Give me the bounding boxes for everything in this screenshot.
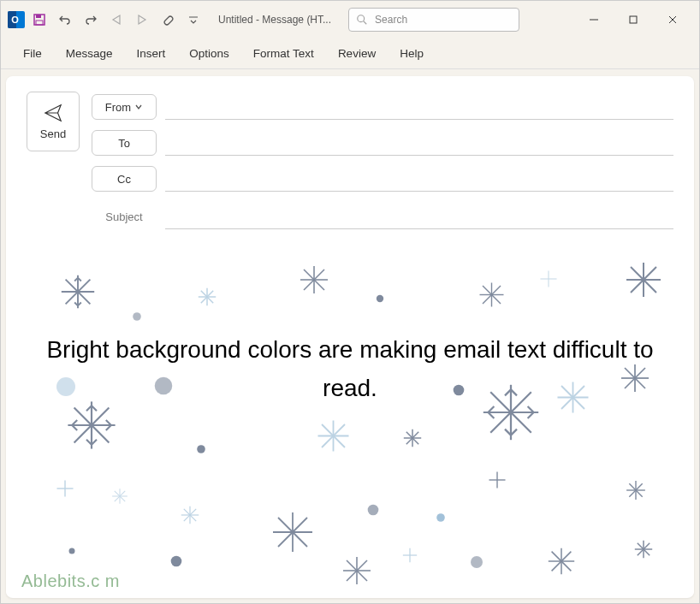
svg-point-3 <box>358 15 365 22</box>
snowflake-icon <box>537 267 561 291</box>
svg-line-4 <box>364 21 367 25</box>
search-box[interactable]: Search <box>348 8 519 32</box>
previous-item-button[interactable] <box>105 9 128 31</box>
from-input[interactable] <box>165 94 673 120</box>
maximize-button[interactable] <box>614 6 653 33</box>
to-button[interactable]: To <box>92 130 157 156</box>
svg-point-48 <box>197 445 205 453</box>
snowflake-icon <box>57 271 98 312</box>
subject-input[interactable] <box>165 204 673 229</box>
outlook-app-icon: O <box>8 11 25 28</box>
svg-point-75 <box>368 505 379 516</box>
cc-input[interactable] <box>165 166 673 192</box>
svg-point-32 <box>133 312 141 321</box>
redo-button[interactable] <box>80 9 102 31</box>
document-title: Untitled - Message (HT... <box>218 14 331 26</box>
window-controls <box>574 6 692 33</box>
snowflake-icon <box>477 280 507 310</box>
to-input[interactable] <box>165 130 673 156</box>
snowflake-icon <box>631 536 656 562</box>
tab-help[interactable]: Help <box>388 40 436 67</box>
snowflake-icon <box>468 554 485 571</box>
cc-button[interactable]: Cc <box>92 166 157 192</box>
send-icon <box>44 104 62 122</box>
send-button[interactable]: Send <box>27 92 80 151</box>
search-icon <box>356 14 368 26</box>
snowflake-icon <box>169 554 184 569</box>
svg-point-84 <box>171 556 182 567</box>
snowflake-icon <box>297 263 331 297</box>
tab-message[interactable]: Message <box>54 40 125 67</box>
close-button[interactable] <box>653 6 692 33</box>
svg-point-21 <box>377 295 383 302</box>
tab-options[interactable]: Options <box>177 40 241 67</box>
snowflake-icon <box>374 293 386 305</box>
snowflake-icon <box>177 502 203 528</box>
svg-rect-1 <box>36 15 41 18</box>
minimize-button[interactable] <box>574 6 614 33</box>
snowflake-icon <box>545 545 578 577</box>
next-item-button[interactable] <box>131 9 153 31</box>
svg-point-83 <box>69 548 75 554</box>
snowflake-icon <box>485 468 509 492</box>
snowflake-icon <box>271 511 314 554</box>
svg-point-91 <box>471 556 483 568</box>
tab-review[interactable]: Review <box>326 40 388 67</box>
snowflake-icon <box>53 477 77 500</box>
snowflake-icon <box>130 310 144 323</box>
compose-card: Send From To Cc Subject <box>6 76 694 598</box>
snowflake-icon <box>340 554 374 588</box>
attach-file-button[interactable] <box>157 9 179 31</box>
snowflake-icon <box>365 502 381 518</box>
snowflake-icon <box>622 258 665 301</box>
undo-button[interactable] <box>54 9 76 31</box>
snowflake-icon <box>400 545 420 566</box>
snowflake-icon <box>400 425 425 451</box>
tab-format-text[interactable]: Format Text <box>241 40 326 67</box>
message-body[interactable]: Bright background colors are making emai… <box>6 246 694 596</box>
chevron-down-icon <box>134 103 143 111</box>
snowflake-icon <box>66 545 78 557</box>
quick-access-toolbar: O <box>8 9 205 31</box>
compose-header: Send From To Cc Subject <box>6 76 694 237</box>
svg-rect-6 <box>630 16 637 23</box>
snowflake-icon <box>434 511 448 524</box>
svg-point-76 <box>436 513 445 522</box>
tab-file[interactable]: File <box>11 40 54 67</box>
snowflake-icon <box>109 485 131 507</box>
snowflake-icon <box>622 477 650 504</box>
from-button[interactable]: From <box>92 94 157 120</box>
customize-qat-button[interactable] <box>182 9 205 31</box>
title-bar: O Untitled - Message (HT... Search <box>1 1 699 38</box>
search-placeholder: Search <box>375 14 407 26</box>
snowflake-icon <box>194 284 220 310</box>
tab-insert[interactable]: Insert <box>125 40 178 67</box>
snowflake-icon <box>194 442 208 456</box>
save-button[interactable] <box>28 9 50 31</box>
snowflake-icon <box>314 417 353 455</box>
body-text: Bright background colors are making emai… <box>6 331 694 408</box>
subject-label: Subject <box>92 210 157 223</box>
ribbon-tabs: File Message Insert Options Format Text … <box>1 38 699 69</box>
watermark: Ablebits.c m <box>21 571 120 591</box>
